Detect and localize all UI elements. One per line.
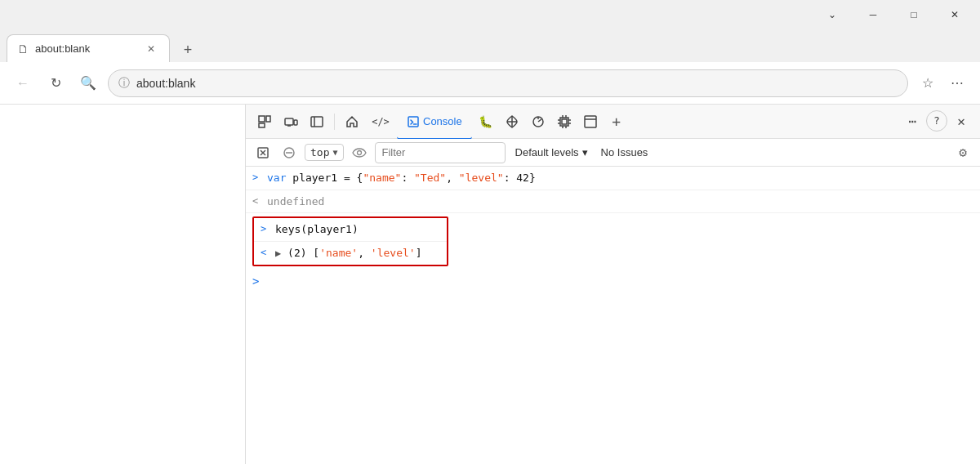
svg-rect-16 <box>562 119 567 124</box>
expand-array-icon[interactable]: ▶ <box>275 248 281 259</box>
line-prefix: > <box>252 170 267 183</box>
console-tab[interactable]: Console <box>397 105 472 140</box>
title-bar-controls: ⌄ ─ □ ✕ <box>813 2 973 28</box>
console-content[interactable]: > var player1 = {"name": "Ted", "level":… <box>246 167 980 464</box>
console-input-prompt: > <box>252 274 259 288</box>
cpu-icon[interactable] <box>552 110 577 133</box>
context-label: top <box>310 146 329 158</box>
browser-body: </> Console 🐛 <box>0 105 980 464</box>
minimize-button2[interactable]: ─ <box>854 2 892 28</box>
console-line-2: < undefined <box>246 190 980 214</box>
sidebar-icon[interactable] <box>305 110 329 133</box>
minimize-button[interactable]: ⌄ <box>813 2 851 28</box>
console-clear-button[interactable] <box>252 142 274 163</box>
refresh-button[interactable]: ↻ <box>42 70 69 96</box>
address-actions: ☆ ⋯ <box>915 70 970 96</box>
url-info-icon: ⓘ <box>118 76 130 91</box>
svg-rect-25 <box>585 116 596 127</box>
line-prefix-4: < <box>261 245 275 258</box>
url-bar[interactable]: ⓘ about:blank <box>108 69 908 97</box>
svg-rect-1 <box>259 123 265 127</box>
favorites-button[interactable]: ☆ <box>915 70 941 96</box>
back-button[interactable]: ← <box>10 70 36 96</box>
tab-icon: 🗋 <box>17 42 29 56</box>
line-content-2: undefined <box>267 194 973 210</box>
console-tab-label: Console <box>423 115 462 127</box>
line-content-3: keys(player1) <box>275 221 440 238</box>
title-bar: ⌄ ─ □ ✕ <box>0 0 980 29</box>
inspect-icon[interactable] <box>252 110 277 133</box>
source-icon[interactable]: </> <box>366 110 395 133</box>
add-tab-icon[interactable]: + <box>604 110 629 133</box>
log-levels-label: Default levels <box>515 146 579 158</box>
svg-line-14 <box>538 119 541 122</box>
svg-rect-0 <box>259 116 265 122</box>
browser-tab[interactable]: 🗋 about:blank ✕ <box>7 34 170 62</box>
application-icon[interactable] <box>578 110 603 133</box>
log-levels-arrow: ▾ <box>582 146 588 158</box>
console-tab-icon <box>407 115 420 128</box>
devtools-right-actions: ⋯ ? ✕ <box>900 110 973 133</box>
network-icon[interactable] <box>500 110 524 133</box>
page-content <box>0 105 245 464</box>
no-errors-icon[interactable] <box>278 142 300 163</box>
devtools-more-button[interactable]: ⋯ <box>900 110 924 133</box>
tab-close-button[interactable]: ✕ <box>143 41 159 57</box>
svg-point-32 <box>357 150 361 154</box>
console-input-area[interactable]: > <box>246 270 980 292</box>
console-line-1: > var player1 = {"name": "Ted", "level":… <box>246 167 980 190</box>
svg-rect-4 <box>294 120 297 125</box>
toolbar-separator <box>334 114 335 130</box>
line-content-4: ▶ (2) ['name', 'level'] <box>275 245 440 261</box>
console-line-3: > keys(player1) <box>254 218 447 242</box>
live-expressions-icon[interactable] <box>349 142 370 163</box>
devtools-help-button[interactable]: ? <box>926 110 947 132</box>
tab-title: about:blank <box>35 42 136 55</box>
line-prefix-2: < <box>252 194 267 207</box>
log-levels-selector[interactable]: Default levels ▾ <box>510 145 593 160</box>
search-button[interactable]: 🔍 <box>75 70 101 96</box>
context-selector[interactable]: top ▼ <box>305 144 344 161</box>
svg-rect-3 <box>285 118 293 125</box>
console-line-4: < ▶ (2) ['name', 'level'] <box>254 242 447 265</box>
performance-icon[interactable] <box>526 110 550 133</box>
highlight-box: > keys(player1) < ▶ (2) ['name', 'level'… <box>252 216 448 266</box>
svg-rect-2 <box>266 116 270 122</box>
issues-count: No Issues <box>598 145 652 160</box>
console-sub-toolbar: top ▼ Default levels ▾ No Issues ⚙ <box>246 139 980 167</box>
address-bar: ← ↻ 🔍 ⓘ about:blank ☆ ⋯ <box>0 62 980 105</box>
highlighted-section: > keys(player1) < ▶ (2) ['name', 'level'… <box>246 213 980 270</box>
tab-bar: 🗋 about:blank ✕ + <box>0 29 980 62</box>
svg-rect-6 <box>311 117 323 127</box>
maximize-button[interactable]: □ <box>895 2 933 28</box>
line-content-1: var player1 = {"name": "Ted", "level": 4… <box>267 170 973 186</box>
filter-input[interactable] <box>375 142 506 163</box>
device-toggle-icon[interactable] <box>278 110 303 133</box>
line-prefix-3: > <box>261 221 275 234</box>
devtools-panel: </> Console 🐛 <box>245 105 980 464</box>
console-settings-icon[interactable]: ⚙ <box>952 142 973 163</box>
url-text: about:blank <box>136 77 898 90</box>
new-tab-button[interactable]: + <box>173 38 203 62</box>
devtools-close-button[interactable]: ✕ <box>949 110 973 133</box>
context-arrow: ▼ <box>332 148 337 157</box>
debug-icon[interactable]: 🐛 <box>474 110 498 133</box>
close-button[interactable]: ✕ <box>936 2 973 28</box>
more-button[interactable]: ⋯ <box>944 70 970 96</box>
devtools-toolbar: </> Console 🐛 <box>246 105 980 139</box>
home-icon[interactable] <box>340 110 364 133</box>
